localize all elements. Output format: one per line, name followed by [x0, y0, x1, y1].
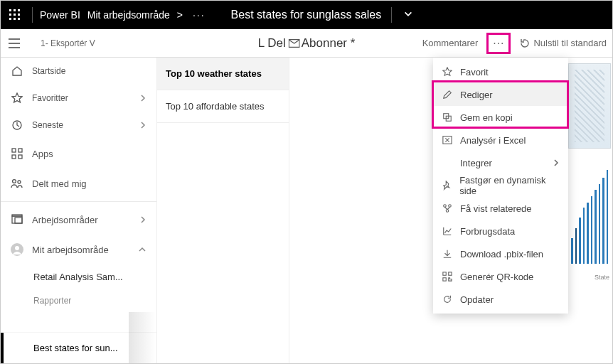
svg-rect-0	[9, 9, 11, 11]
map-visual[interactable]	[568, 63, 611, 149]
menu-refresh[interactable]: Opdater	[433, 288, 568, 311]
pencil-icon	[442, 89, 453, 100]
page-weather[interactable]: Top 10 weather states	[157, 58, 289, 90]
svg-point-16	[18, 181, 21, 183]
menu-refresh-label: Opdater	[460, 294, 494, 305]
svg-point-21	[15, 246, 19, 250]
workspaces-icon	[11, 213, 23, 226]
breadcrumb-chevron: >	[177, 9, 183, 21]
menu-pin-label: Fastgør en dynamisk side	[459, 175, 560, 196]
menu-download[interactable]: Download .pbix-filen	[433, 242, 568, 265]
nav-workspaces-label: Arbejdsområder	[32, 215, 98, 225]
svg-rect-14	[18, 155, 22, 159]
nav-shared-label: Delt med mig	[32, 178, 87, 189]
svg-rect-18	[12, 215, 22, 216]
svg-rect-7	[14, 18, 16, 20]
svg-rect-3	[9, 14, 11, 16]
page-affordable[interactable]: Top 10 affordable states	[157, 90, 289, 123]
nav-my-workspace[interactable]: Mit arbejdsområde	[1, 235, 156, 264]
excel-icon	[442, 134, 453, 146]
nav-toggle-button[interactable]	[1, 38, 28, 48]
nav-home-label: Startside	[32, 66, 65, 76]
svg-rect-13	[12, 155, 16, 159]
svg-rect-1	[14, 9, 16, 11]
nav-recent-label: Seneste	[32, 120, 63, 130]
menu-related[interactable]: Få vist relaterede	[433, 197, 568, 220]
svg-rect-2	[18, 9, 20, 11]
titlebar-separator	[32, 7, 33, 23]
brand-label: Power BI	[40, 9, 80, 21]
export-menu[interactable]: 1- Eksportér V	[28, 38, 159, 48]
nav-home[interactable]: Startside	[1, 58, 156, 85]
chevron-right-icon	[139, 215, 146, 225]
nav-recent[interactable]: Seneste	[1, 112, 156, 139]
menu-save-copy[interactable]: Gem en kopi	[433, 106, 568, 129]
svg-rect-12	[18, 149, 22, 152]
reset-button[interactable]: Nulstil til standard	[519, 38, 607, 49]
menu-usage[interactable]: Forbrugsdata	[433, 220, 568, 242]
menu-related-label: Få vist relaterede	[460, 203, 531, 214]
pin-icon	[442, 180, 452, 191]
nav-report-label: Best states for sun...	[33, 343, 118, 353]
apps-icon	[11, 147, 23, 160]
svg-rect-28	[443, 272, 446, 275]
menu-qr-label: Generér QR-kode	[460, 272, 533, 282]
nav-favorites[interactable]: Favoritter	[1, 85, 156, 112]
related-icon	[442, 203, 453, 214]
refresh-icon	[442, 294, 453, 305]
page-list: Top 10 weather states Top 10 affordable …	[157, 58, 289, 363]
chevron-right-icon	[139, 120, 146, 131]
breadcrumb-ellipsis[interactable]: ···	[193, 9, 206, 21]
nav-divider	[1, 201, 156, 202]
svg-rect-6	[9, 18, 11, 20]
user-circle-icon	[11, 243, 23, 256]
report-title: Best states for sunglass sales	[231, 9, 382, 21]
svg-rect-30	[443, 278, 446, 281]
menu-embed[interactable]: Integrer	[433, 151, 568, 174]
chart-icon	[442, 225, 453, 237]
qr-icon	[442, 271, 453, 282]
app-launcher-icon[interactable]	[5, 5, 25, 25]
star-icon	[11, 92, 23, 105]
recent-icon	[11, 119, 23, 132]
menu-download-label: Download .pbix-filen	[460, 249, 543, 259]
chevron-right-icon	[553, 158, 560, 168]
title-chevron-icon[interactable]	[403, 9, 413, 21]
menu-analyze-excel[interactable]: Analysér i Excel	[433, 129, 568, 151]
svg-point-25	[444, 205, 447, 208]
nav-apps-label: Apps	[32, 149, 53, 159]
breadcrumb-workspace[interactable]: Mit arbejdsområde	[87, 9, 170, 21]
svg-rect-11	[12, 149, 16, 152]
more-actions-button[interactable]: ···	[486, 33, 511, 54]
bar-chart-visual[interactable]	[568, 157, 611, 271]
svg-rect-4	[14, 14, 16, 16]
menu-qr[interactable]: Generér QR-kode	[433, 265, 568, 288]
panel-shadow	[129, 312, 156, 363]
shared-icon	[11, 177, 23, 190]
menu-pin[interactable]: Fastgør en dynamisk side	[433, 174, 568, 197]
share-button[interactable]: L Del	[258, 36, 286, 50]
bar-chart-axis-label: State	[595, 274, 609, 281]
home-icon	[11, 65, 23, 77]
menu-favorite[interactable]: Favorit	[433, 60, 568, 83]
app-titlebar: Power BI Mit arbejdsområde > ··· Best st…	[1, 1, 612, 29]
blank-icon	[442, 157, 453, 168]
menu-save-copy-label: Gem en kopi	[460, 112, 513, 123]
mail-icon	[289, 39, 300, 48]
svg-rect-19	[15, 218, 22, 223]
subscribe-button[interactable]: Abonner *	[302, 36, 356, 50]
menu-edit[interactable]: Rediger	[433, 83, 568, 106]
more-actions-menu: Favorit Rediger Gem en kopi Analysér i E…	[433, 58, 568, 314]
chevron-up-icon	[138, 245, 146, 255]
report-toolbar: 1- Eksportér V L Del Abonner * Kommentar…	[1, 29, 612, 58]
svg-point-27	[446, 210, 449, 213]
nav-apps[interactable]: Apps	[1, 139, 156, 168]
comments-button[interactable]: Kommentarer	[422, 38, 479, 48]
nav-favorites-label: Favoritter	[32, 93, 68, 103]
nav-sample-dataset[interactable]: Retail Analysis Sam...	[1, 264, 156, 289]
nav-shared[interactable]: Delt med mig	[1, 168, 156, 198]
menu-embed-label: Integrer	[460, 158, 492, 168]
nav-workspaces[interactable]: Arbejdsområder	[1, 205, 156, 235]
copy-icon	[442, 112, 453, 123]
menu-edit-label: Rediger	[460, 90, 493, 100]
